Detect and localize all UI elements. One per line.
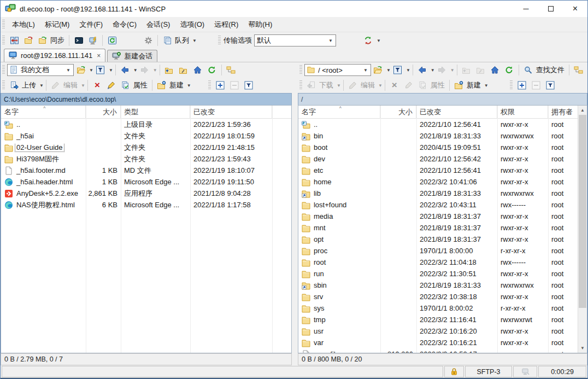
find-files-icon[interactable]: [521, 63, 536, 77]
local-back-icon[interactable]: [118, 63, 132, 77]
local-nav-grip[interactable]: [2, 65, 5, 75]
local-edit-label[interactable]: 编辑: [63, 80, 80, 90]
encryption-lock-icon[interactable]: [444, 366, 464, 377]
remote-header-name[interactable]: 名字˄: [298, 106, 380, 119]
local-tree-toggle-icon[interactable]: [224, 63, 238, 77]
remote-edit-label[interactable]: 编辑: [360, 80, 377, 90]
file-row[interactable]: tmp2022/3/2 11:16:41rwxrwxrwtroot: [298, 314, 587, 325]
remote-header-modified[interactable]: 已改变: [416, 106, 497, 119]
menu-mark[interactable]: 标记(M): [40, 18, 75, 32]
close-button[interactable]: ×: [563, 1, 587, 17]
file-row[interactable]: boot2020/4/15 19:09:51rwxr-xr-xroot: [298, 142, 587, 153]
remote-header-owner[interactable]: 拥有者: [548, 106, 579, 119]
file-row[interactable]: srv2022/3/2 10:38:18rwxr-xr-xroot: [298, 291, 587, 302]
local-open-directory-icon[interactable]: [74, 63, 88, 77]
file-row[interactable]: var2022/3/2 10:16:21rwxr-xr-xroot: [298, 337, 587, 348]
remote-select-grip[interactable]: [510, 80, 513, 90]
file-row[interactable]: _h5ai.footer.md1 KBMD 文件2022/1/19 18:10:…: [1, 165, 291, 176]
queue-dropdown-arrow[interactable]: ▼: [192, 38, 197, 43]
file-row[interactable]: run2022/3/2 11:30:51rwxr-xr-xroot: [298, 268, 587, 279]
local-delete-icon[interactable]: ×: [90, 79, 104, 92]
local-file-grip[interactable]: [2, 80, 5, 90]
local-root-directory-icon[interactable]: [177, 63, 191, 77]
queue-icon[interactable]: [160, 34, 174, 47]
menu-remote[interactable]: 远程(R): [209, 18, 243, 32]
remote-forward-dropdown-arrow[interactable]: ▼: [450, 68, 455, 73]
local-new-icon[interactable]: [155, 79, 169, 92]
menu-options[interactable]: 选项(O): [175, 18, 209, 32]
local-rename-icon[interactable]: x: [104, 79, 119, 92]
find-files-label[interactable]: 查找文件: [536, 65, 567, 75]
menu-session[interactable]: 会话(S): [142, 18, 175, 32]
local-edit-dropdown-arrow[interactable]: ▼: [81, 83, 85, 88]
local-header-name[interactable]: 名字˄: [1, 106, 86, 119]
remote-home-icon[interactable]: [488, 63, 502, 77]
remote-back-dropdown-arrow[interactable]: ▼: [431, 68, 435, 73]
upload-dropdown-arrow[interactable]: ▼: [39, 83, 44, 88]
queue-label[interactable]: 队列: [174, 36, 191, 45]
scroll-thumb[interactable]: [579, 115, 586, 308]
remote-back-icon[interactable]: [415, 63, 430, 77]
remote-edit-dropdown-arrow[interactable]: ▼: [378, 83, 383, 88]
transfer-preset-combobox[interactable]: 默认 ▼: [254, 34, 336, 46]
file-row[interactable]: sys1970/1/1 8:00:02r-xr-xr-xroot: [298, 302, 587, 314]
remote-parent-directory-icon[interactable]: [460, 63, 474, 77]
local-back-dropdown-arrow[interactable]: ▼: [133, 68, 138, 73]
file-row[interactable]: ..2022/1/10 12:56:41rwxr-xr-xroot: [298, 119, 587, 130]
local-select-plus-icon[interactable]: [213, 79, 227, 92]
local-home-icon[interactable]: [191, 63, 205, 77]
session-tab-close-icon[interactable]: ×: [97, 52, 101, 60]
download-icon[interactable]: [304, 79, 319, 92]
protocol-indicator[interactable]: SFTP-3: [465, 366, 512, 377]
remote-path-bar[interactable]: /: [298, 93, 587, 105]
remote-file-grip[interactable]: [299, 80, 302, 90]
menu-file[interactable]: 文件(F): [74, 18, 108, 32]
transfer-mode-icon[interactable]: [361, 34, 375, 47]
local-filter-dropdown-arrow[interactable]: ▼: [109, 68, 113, 73]
preferences-gear-icon[interactable]: [141, 34, 155, 47]
remote-path-dropdown-arrow[interactable]: ▼: [362, 68, 369, 73]
file-row[interactable]: opt2021/8/19 18:31:37rwxr-xr-xroot: [298, 234, 587, 245]
local-properties-label[interactable]: 属性: [133, 80, 150, 90]
local-select-grip[interactable]: [208, 80, 211, 90]
local-refresh-icon[interactable]: [205, 63, 219, 77]
synchronize-browsing-icon[interactable]: [21, 34, 36, 47]
synchronize-label[interactable]: 同步: [50, 36, 67, 45]
remote-open-dropdown-arrow[interactable]: ▼: [386, 68, 391, 73]
menu-command[interactable]: 命令(C): [108, 18, 142, 32]
file-row[interactable]: usr2022/3/2 10:16:20rwxr-xr-xroot: [298, 325, 587, 337]
remote-nav-grip[interactable]: [299, 65, 302, 75]
file-row[interactable]: _h5ai文件夹2022/1/19 18:01:59: [1, 130, 291, 142]
upload-icon[interactable]: [7, 79, 21, 92]
remote-path-combobox[interactable]: / <root> ▼: [304, 64, 371, 76]
file-row[interactable]: dev2022/1/10 12:56:42rwxr-xr-xroot: [298, 153, 587, 165]
remote-properties-label[interactable]: 属性: [430, 80, 447, 90]
panel-splitter[interactable]: [292, 62, 298, 365]
local-select-minus-icon[interactable]: [227, 79, 242, 92]
file-row[interactable]: sbin2021/8/19 18:31:33rwxrwxrwxroot: [298, 279, 587, 291]
menu-grip[interactable]: [2, 20, 5, 30]
remote-select-plus-icon[interactable]: [515, 79, 529, 92]
local-drive-combobox[interactable]: 我的文档 ▼: [7, 64, 74, 76]
remote-new-icon[interactable]: [452, 79, 466, 92]
refresh-panels-icon[interactable]: [105, 34, 119, 47]
file-row[interactable]: home2022/3/2 10:41:06rwxr-xr-xroot: [298, 176, 587, 188]
transfer-grip[interactable]: [218, 36, 221, 45]
file-row[interactable]: bin2021/8/19 18:31:33rwxrwxrwxroot: [298, 130, 587, 142]
file-row[interactable]: _h5ai.header.html1 KBMicrosoft Edge ...2…: [1, 176, 291, 188]
scroll-up-icon[interactable]: ▲: [578, 106, 587, 115]
upload-label[interactable]: 上传: [21, 80, 38, 90]
file-row[interactable]: NAS使用教程.html6 KBMicrosoft Edge ...2022/1…: [1, 199, 291, 211]
session-tab-active[interactable]: root@192.168.111.141 ×: [4, 49, 105, 62]
menu-local[interactable]: 本地(L): [7, 18, 40, 32]
console-icon[interactable]: [72, 34, 86, 47]
transfer-preset-dropdown-arrow[interactable]: ▼: [327, 38, 334, 43]
file-row[interactable]: mnt2021/8/19 18:31:37rwxr-xr-xroot: [298, 222, 587, 234]
toolbar-grip[interactable]: [2, 36, 5, 45]
file-row[interactable]: media2021/8/19 18:31:37rwxr-xr-xroot: [298, 211, 587, 222]
file-row[interactable]: etc2022/1/10 12:56:41rwxr-xr-xroot: [298, 165, 587, 176]
file-row[interactable]: root2022/3/2 11:04:18rwx------root: [298, 256, 587, 268]
remote-edit-icon[interactable]: [346, 79, 360, 92]
remote-forward-icon[interactable]: [435, 63, 449, 77]
scroll-down-icon[interactable]: ▼: [578, 343, 587, 353]
